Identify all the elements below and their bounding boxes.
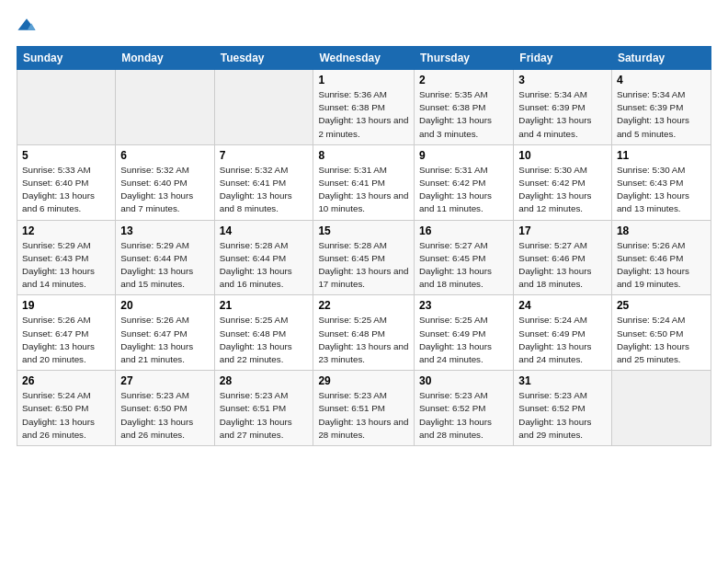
weekday-header: Monday <box>116 47 214 70</box>
calendar-cell <box>611 371 711 446</box>
calendar-cell <box>214 70 313 145</box>
weekday-header: Friday <box>514 47 612 70</box>
calendar-cell: 7Sunrise: 5:32 AMSunset: 6:41 PMDaylight… <box>214 144 313 220</box>
weekday-header: Saturday <box>611 47 711 70</box>
day-number: 11 <box>617 149 706 162</box>
day-info: Sunrise: 5:34 AMSunset: 6:39 PMDaylight:… <box>518 88 607 141</box>
day-number: 5 <box>22 149 110 162</box>
day-info: Sunrise: 5:25 AMSunset: 6:49 PMDaylight:… <box>419 314 508 366</box>
calendar-cell: 2Sunrise: 5:35 AMSunset: 6:38 PMDaylight… <box>415 70 514 145</box>
day-info: Sunrise: 5:31 AMSunset: 6:41 PMDaylight:… <box>318 164 409 216</box>
calendar-cell: 6Sunrise: 5:32 AMSunset: 6:40 PMDaylight… <box>116 144 214 220</box>
day-info: Sunrise: 5:23 AMSunset: 6:51 PMDaylight:… <box>220 389 309 442</box>
calendar-week-row: 1Sunrise: 5:36 AMSunset: 6:38 PMDaylight… <box>17 70 711 145</box>
day-info: Sunrise: 5:28 AMSunset: 6:45 PMDaylight:… <box>318 239 409 292</box>
day-info: Sunrise: 5:23 AMSunset: 6:50 PMDaylight:… <box>120 389 209 442</box>
calendar-cell: 19Sunrise: 5:26 AMSunset: 6:47 PMDayligh… <box>17 295 116 371</box>
day-number: 25 <box>617 299 706 312</box>
calendar-cell: 9Sunrise: 5:31 AMSunset: 6:42 PMDaylight… <box>415 144 514 220</box>
day-number: 18 <box>617 224 706 237</box>
day-number: 1 <box>318 74 409 86</box>
day-number: 12 <box>22 224 110 237</box>
day-number: 4 <box>617 74 706 86</box>
day-info: Sunrise: 5:35 AMSunset: 6:38 PMDaylight:… <box>419 88 508 141</box>
day-info: Sunrise: 5:30 AMSunset: 6:43 PMDaylight:… <box>617 164 706 216</box>
calendar-cell: 21Sunrise: 5:25 AMSunset: 6:48 PMDayligh… <box>214 295 313 371</box>
day-number: 20 <box>120 299 209 312</box>
header <box>17 17 711 37</box>
calendar-cell: 28Sunrise: 5:23 AMSunset: 6:51 PMDayligh… <box>214 371 313 446</box>
calendar-cell: 11Sunrise: 5:30 AMSunset: 6:43 PMDayligh… <box>611 144 711 220</box>
day-number: 16 <box>419 224 508 237</box>
calendar-cell <box>116 70 214 145</box>
day-number: 19 <box>22 299 110 312</box>
day-number: 15 <box>318 224 409 237</box>
day-info: Sunrise: 5:26 AMSunset: 6:47 PMDaylight:… <box>120 314 209 366</box>
calendar-cell: 3Sunrise: 5:34 AMSunset: 6:39 PMDaylight… <box>514 70 612 145</box>
day-number: 7 <box>220 149 309 162</box>
day-info: Sunrise: 5:34 AMSunset: 6:39 PMDaylight:… <box>617 88 706 141</box>
calendar-header-row: SundayMondayTuesdayWednesdayThursdayFrid… <box>17 47 711 70</box>
calendar-cell: 18Sunrise: 5:26 AMSunset: 6:46 PMDayligh… <box>611 220 711 295</box>
day-number: 23 <box>419 299 508 312</box>
calendar-cell: 12Sunrise: 5:29 AMSunset: 6:43 PMDayligh… <box>17 220 116 295</box>
day-info: Sunrise: 5:32 AMSunset: 6:41 PMDaylight:… <box>220 164 309 216</box>
calendar-cell: 29Sunrise: 5:23 AMSunset: 6:51 PMDayligh… <box>313 371 415 446</box>
day-info: Sunrise: 5:28 AMSunset: 6:44 PMDaylight:… <box>220 239 309 292</box>
day-info: Sunrise: 5:29 AMSunset: 6:43 PMDaylight:… <box>22 239 110 292</box>
calendar-week-row: 5Sunrise: 5:33 AMSunset: 6:40 PMDaylight… <box>17 144 711 220</box>
day-number: 21 <box>220 299 309 312</box>
calendar-cell: 25Sunrise: 5:24 AMSunset: 6:50 PMDayligh… <box>611 295 711 371</box>
day-info: Sunrise: 5:26 AMSunset: 6:46 PMDaylight:… <box>617 239 706 292</box>
day-info: Sunrise: 5:23 AMSunset: 6:52 PMDaylight:… <box>419 389 508 442</box>
calendar-week-row: 12Sunrise: 5:29 AMSunset: 6:43 PMDayligh… <box>17 220 711 295</box>
day-info: Sunrise: 5:27 AMSunset: 6:46 PMDaylight:… <box>518 239 607 292</box>
calendar-week-row: 19Sunrise: 5:26 AMSunset: 6:47 PMDayligh… <box>17 295 711 371</box>
calendar-cell: 22Sunrise: 5:25 AMSunset: 6:48 PMDayligh… <box>313 295 415 371</box>
logo <box>17 17 40 37</box>
day-number: 10 <box>518 149 607 162</box>
calendar-cell: 30Sunrise: 5:23 AMSunset: 6:52 PMDayligh… <box>415 371 514 446</box>
day-number: 26 <box>22 374 110 387</box>
calendar-cell: 16Sunrise: 5:27 AMSunset: 6:45 PMDayligh… <box>415 220 514 295</box>
calendar-cell: 20Sunrise: 5:26 AMSunset: 6:47 PMDayligh… <box>116 295 214 371</box>
day-info: Sunrise: 5:31 AMSunset: 6:42 PMDaylight:… <box>419 164 508 216</box>
day-number: 3 <box>518 74 607 86</box>
day-number: 24 <box>518 299 607 312</box>
day-number: 8 <box>318 149 409 162</box>
weekday-header: Wednesday <box>313 47 415 70</box>
day-info: Sunrise: 5:26 AMSunset: 6:47 PMDaylight:… <box>22 314 110 366</box>
calendar-table: SundayMondayTuesdayWednesdayThursdayFrid… <box>17 46 711 446</box>
day-info: Sunrise: 5:24 AMSunset: 6:49 PMDaylight:… <box>518 314 607 366</box>
day-number: 2 <box>419 74 508 86</box>
day-info: Sunrise: 5:24 AMSunset: 6:50 PMDaylight:… <box>617 314 706 366</box>
day-info: Sunrise: 5:27 AMSunset: 6:45 PMDaylight:… <box>419 239 508 292</box>
calendar-cell: 13Sunrise: 5:29 AMSunset: 6:44 PMDayligh… <box>116 220 214 295</box>
calendar-cell: 10Sunrise: 5:30 AMSunset: 6:42 PMDayligh… <box>514 144 612 220</box>
day-number: 14 <box>220 224 309 237</box>
day-info: Sunrise: 5:30 AMSunset: 6:42 PMDaylight:… <box>518 164 607 216</box>
day-number: 27 <box>120 374 209 387</box>
day-info: Sunrise: 5:23 AMSunset: 6:51 PMDaylight:… <box>318 389 409 442</box>
day-info: Sunrise: 5:24 AMSunset: 6:50 PMDaylight:… <box>22 389 110 442</box>
calendar-cell: 24Sunrise: 5:24 AMSunset: 6:49 PMDayligh… <box>514 295 612 371</box>
day-number: 30 <box>419 374 508 387</box>
page: SundayMondayTuesdayWednesdayThursdayFrid… <box>0 0 728 563</box>
calendar-cell: 4Sunrise: 5:34 AMSunset: 6:39 PMDaylight… <box>611 70 711 145</box>
day-number: 28 <box>220 374 309 387</box>
calendar-cell <box>17 70 116 145</box>
calendar-cell: 14Sunrise: 5:28 AMSunset: 6:44 PMDayligh… <box>214 220 313 295</box>
logo-icon <box>17 17 37 37</box>
day-info: Sunrise: 5:33 AMSunset: 6:40 PMDaylight:… <box>22 164 110 216</box>
day-info: Sunrise: 5:32 AMSunset: 6:40 PMDaylight:… <box>120 164 209 216</box>
calendar-cell: 5Sunrise: 5:33 AMSunset: 6:40 PMDaylight… <box>17 144 116 220</box>
calendar-cell: 27Sunrise: 5:23 AMSunset: 6:50 PMDayligh… <box>116 371 214 446</box>
calendar-cell: 17Sunrise: 5:27 AMSunset: 6:46 PMDayligh… <box>514 220 612 295</box>
day-number: 13 <box>120 224 209 237</box>
weekday-header: Thursday <box>415 47 514 70</box>
day-number: 29 <box>318 374 409 387</box>
weekday-header: Tuesday <box>214 47 313 70</box>
calendar-week-row: 26Sunrise: 5:24 AMSunset: 6:50 PMDayligh… <box>17 371 711 446</box>
day-info: Sunrise: 5:25 AMSunset: 6:48 PMDaylight:… <box>318 314 409 366</box>
calendar-cell: 26Sunrise: 5:24 AMSunset: 6:50 PMDayligh… <box>17 371 116 446</box>
